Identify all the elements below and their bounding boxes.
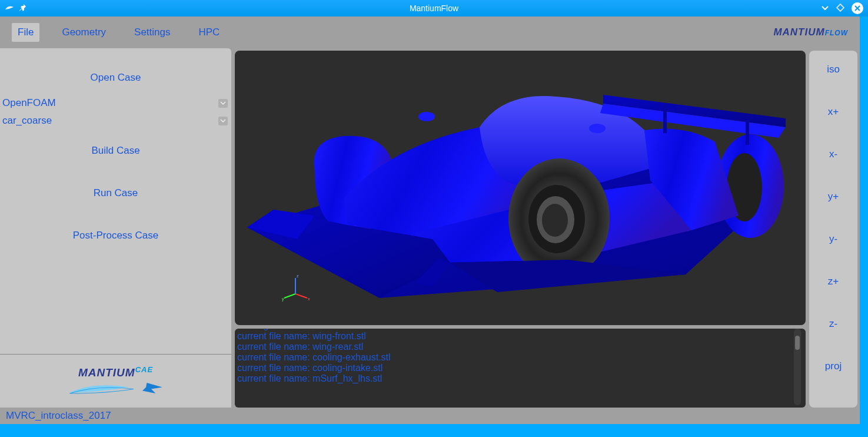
menu-settings[interactable]: Settings (128, 23, 176, 42)
view-zplus-button[interactable]: z+ (828, 276, 839, 287)
post-process-button[interactable]: Post-Process Case (0, 214, 231, 257)
svg-point-1 (589, 124, 606, 133)
status-bar: MVRC_introclass_2017 (0, 408, 860, 424)
window-titlebar: MantiumFlow (0, 0, 868, 16)
console-line: current file name: cooling-exhaust.stl (237, 352, 794, 363)
svg-line-8 (295, 294, 307, 298)
template-value: car_coarse (2, 115, 52, 127)
car-render (235, 51, 806, 325)
console-line: current file name: wing-rear.stl (237, 342, 794, 352)
left-panel: Open Case OpenFOAM car_coarse Build Case… (0, 48, 231, 408)
scrollbar-thumb[interactable] (795, 336, 800, 350)
console-line: current file name: mSurf_hx_lhs.stl (237, 373, 794, 384)
view-xminus-button[interactable]: x- (829, 148, 837, 160)
open-case-button[interactable]: Open Case (0, 54, 231, 94)
3d-viewport[interactable]: x y z (235, 51, 806, 325)
menu-hpc[interactable]: HPC (192, 23, 225, 42)
center-panel: x y z reading files... current file name… (231, 48, 809, 408)
view-iso-button[interactable]: iso (827, 64, 840, 75)
view-xplus-button[interactable]: x+ (828, 106, 839, 118)
svg-text:y: y (282, 297, 284, 302)
maximize-icon[interactable] (836, 4, 844, 14)
solver-value: OpenFOAM (2, 97, 56, 109)
menu-geometry[interactable]: Geometry (56, 23, 112, 42)
view-yminus-button[interactable]: y- (829, 233, 837, 245)
window-bottom-border (4, 424, 863, 436)
brand-logo-bottom: MANTIUMCAE (0, 355, 231, 408)
chevron-down-icon[interactable] (218, 117, 228, 125)
svg-point-0 (418, 112, 435, 121)
menubar: File Geometry Settings HPC MANTIUMFLOW (0, 16, 860, 48)
view-buttons-panel: iso x+ x- y+ y- z+ z- proj (809, 51, 857, 408)
console-line: current file name: cooling-intake.stl (237, 363, 794, 373)
pin-icon[interactable] (19, 4, 27, 14)
view-yplus-button[interactable]: y+ (828, 191, 839, 203)
app-icon (5, 4, 14, 14)
svg-line-9 (284, 294, 295, 298)
window-title: MantiumFlow (410, 4, 458, 13)
console-lines: reading files... current file name: wing… (237, 329, 794, 405)
menu-file[interactable]: File (12, 23, 39, 42)
close-button[interactable] (852, 2, 863, 14)
app-body: File Geometry Settings HPC MANTIUMFLOW O… (0, 16, 860, 424)
chevron-down-icon[interactable] (218, 99, 228, 108)
svg-text:z: z (297, 274, 299, 278)
console-line: current file name: wing-front.stl (237, 331, 794, 342)
brand-logo-top: MANTIUMFLOW (773, 27, 854, 38)
build-case-button[interactable]: Build Case (0, 130, 231, 172)
axis-gizmo: x y z (281, 273, 310, 303)
svg-text:x: x (308, 297, 310, 301)
console-scrollbar[interactable] (794, 329, 801, 405)
solver-dropdown[interactable]: OpenFOAM (0, 94, 231, 112)
run-case-button[interactable]: Run Case (0, 172, 231, 214)
view-zminus-button[interactable]: z- (829, 318, 837, 330)
main-content: Open Case OpenFOAM car_coarse Build Case… (0, 48, 860, 408)
template-dropdown[interactable]: car_coarse (0, 112, 231, 130)
console-output: reading files... current file name: wing… (235, 329, 806, 408)
status-text: MVRC_introclass_2017 (6, 410, 111, 422)
minimize-icon[interactable] (821, 4, 829, 14)
view-proj-button[interactable]: proj (825, 360, 842, 372)
svg-point-7 (542, 204, 568, 237)
swoosh-icon (63, 379, 169, 397)
